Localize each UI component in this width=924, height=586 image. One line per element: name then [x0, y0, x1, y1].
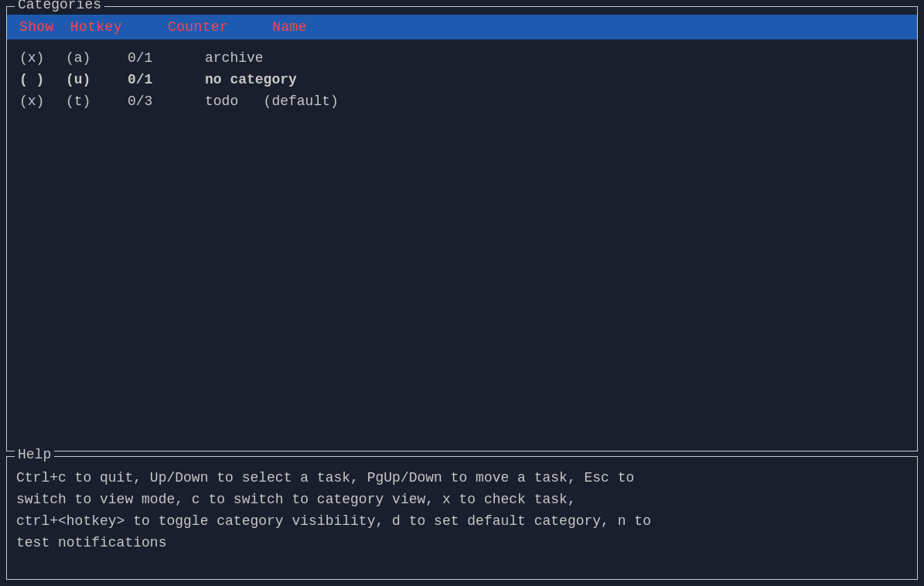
row-name: todo (default) — [205, 94, 339, 109]
row-show: (x) — [19, 94, 66, 109]
row-name: no category — [205, 72, 297, 87]
row-name: archive — [205, 50, 264, 66]
header-show: Show — [19, 19, 54, 35]
category-rows: (x) (a) 0/1 archive ( ) (u) 0/1 no categ… — [7, 39, 917, 120]
table-row[interactable]: ( ) (u) 0/1 no category — [7, 69, 917, 90]
help-panel-title: Help — [15, 447, 54, 462]
header-counter: Counter — [168, 19, 228, 35]
row-hotkey: (u) — [66, 72, 128, 87]
row-hotkey: (t) — [66, 94, 128, 109]
categories-panel-title: Categories — [15, 0, 104, 12]
help-text: Ctrl+c to quit, Up/Down to select a task… — [16, 468, 908, 554]
row-hotkey: (a) — [66, 50, 128, 66]
row-counter: 0/1 — [128, 50, 205, 66]
table-header: Show Hotkey Counter Name — [7, 15, 917, 39]
row-show: (x) — [19, 50, 66, 66]
help-panel: Help Ctrl+c to quit, Up/Down to select a… — [6, 456, 918, 580]
row-show: ( ) — [19, 72, 66, 87]
table-row[interactable]: (x) (t) 0/3 todo (default) — [7, 90, 917, 112]
header-hotkey: Hotkey — [70, 19, 122, 35]
row-counter: 0/3 — [128, 94, 205, 109]
header-name: Name — [272, 19, 307, 35]
categories-panel: Categories Show Hotkey Counter Name (x) … — [6, 6, 918, 451]
row-counter: 0/1 — [128, 72, 205, 87]
table-row[interactable]: (x) (a) 0/1 archive — [7, 47, 917, 69]
